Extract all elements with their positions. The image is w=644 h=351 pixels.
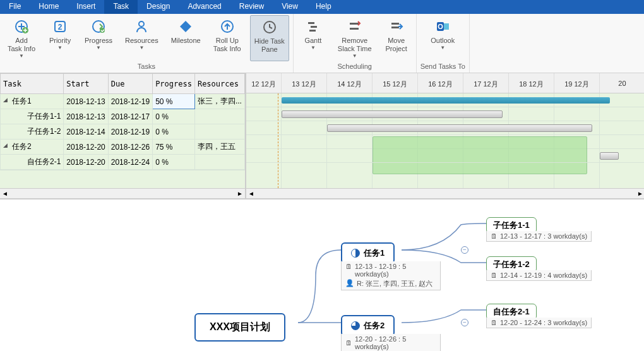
- task-name-cell[interactable]: ◢任务1: [1, 94, 64, 109]
- svg-text:O: O: [438, 23, 443, 30]
- start-cell[interactable]: 2018-12-14: [64, 124, 108, 140]
- progress-cell[interactable]: 75 %: [153, 140, 195, 155]
- expander-icon[interactable]: ◢: [3, 97, 8, 103]
- menu-design[interactable]: Design: [138, 0, 179, 14]
- gantt-bar[interactable]: [282, 110, 503, 118]
- svg-rect-11: [309, 30, 316, 32]
- resources-cell[interactable]: [194, 124, 244, 140]
- resources-cell[interactable]: 李四，王五: [194, 140, 244, 155]
- plus-circle-icon: [13, 18, 30, 35]
- progress-cell[interactable]: 0 %: [153, 124, 195, 140]
- resources-cell[interactable]: [194, 109, 244, 124]
- task-name-cell[interactable]: ◢任务2: [1, 140, 64, 155]
- remove-slack-button[interactable]: Remove Slack Time▼: [334, 15, 376, 61]
- progress-cell[interactable]: 50 %: [153, 94, 195, 109]
- hide-task-pane-button[interactable]: Hide Task Pane: [250, 15, 289, 61]
- svg-rect-13: [350, 28, 359, 30]
- svg-point-6: [139, 21, 144, 27]
- col-due[interactable]: Due: [108, 74, 152, 94]
- due-cell[interactable]: 2018-12-24: [108, 155, 152, 170]
- progress-button[interactable]: Progress▼: [81, 15, 116, 61]
- gantt-date-col: 13 12月: [282, 73, 327, 93]
- task-name-cell[interactable]: 自任务2-1: [1, 155, 64, 170]
- diamond-icon: [177, 18, 194, 35]
- due-cell[interactable]: 2018-12-17: [108, 109, 152, 124]
- due-cell[interactable]: 2018-12-19: [108, 124, 152, 140]
- svg-rect-12: [350, 23, 359, 25]
- table-row[interactable]: ◢任务22018-12-202018-12-2675 %李四，王五: [1, 140, 245, 155]
- chevron-down-icon: ▼: [57, 45, 63, 51]
- gantt-button[interactable]: Gantt▼: [297, 15, 329, 61]
- move-icon: [388, 18, 405, 35]
- gantt-pane: 12 12月13 12月14 12月15 12月16 12月17 12月18 1…: [246, 73, 644, 198]
- menu-help[interactable]: Help: [307, 0, 340, 14]
- gantt-bar[interactable]: [282, 97, 610, 104]
- task-name-cell[interactable]: 子任务1-1: [1, 109, 64, 124]
- menu-view[interactable]: View: [273, 0, 307, 14]
- gantt-hscroll[interactable]: ◄►: [246, 188, 644, 198]
- task-name-cell[interactable]: 子任务1-2: [1, 124, 64, 140]
- col-resources[interactable]: Resources: [194, 74, 244, 94]
- table-row[interactable]: ◢任务12018-12-132018-12-1950 %张三，李四...: [1, 94, 245, 109]
- col-task[interactable]: Task: [1, 74, 64, 94]
- svg-rect-9: [308, 22, 314, 24]
- menu-task[interactable]: Task: [104, 0, 138, 14]
- start-cell[interactable]: 2018-12-13: [64, 109, 108, 124]
- menu-review[interactable]: Review: [230, 0, 273, 14]
- resources-cell[interactable]: [194, 155, 244, 170]
- expander-icon[interactable]: ◢: [3, 142, 8, 148]
- table-row[interactable]: 子任务1-12018-12-132018-12-170 %: [1, 109, 245, 124]
- task-table[interactable]: TaskStartDueProgressResources ◢任务12018-1…: [0, 73, 245, 170]
- chevron-down-icon: ▼: [311, 45, 316, 51]
- menu-insert[interactable]: Insert: [68, 0, 104, 14]
- gantt-row: [246, 107, 644, 121]
- table-row[interactable]: 子任务1-22018-12-142018-12-190 %: [1, 124, 245, 140]
- gantt-chart[interactable]: [246, 93, 644, 188]
- gantt-date-col: 20: [600, 73, 644, 93]
- collapse-toggle[interactable]: −: [461, 246, 468, 254]
- menu-advanced[interactable]: Advanced: [179, 0, 230, 14]
- mindmap-node-task1[interactable]: 任务1: [341, 242, 395, 264]
- milestone-button[interactable]: Milestone: [167, 15, 205, 61]
- start-cell[interactable]: 2018-12-13: [64, 94, 108, 109]
- gantt-icon: [304, 18, 322, 35]
- progress-icon: [90, 18, 107, 35]
- move-project-button[interactable]: Move Project: [381, 15, 412, 61]
- resources-button[interactable]: Resources▼: [121, 15, 162, 61]
- priority-button[interactable]: 2Priority▼: [44, 15, 76, 61]
- task-table-pane: TaskStartDueProgressResources ◢任务12018-1…: [0, 73, 246, 198]
- button-label: Priority: [49, 37, 71, 45]
- roll-up-button[interactable]: Roll Up Task Info: [210, 15, 245, 61]
- menu-file[interactable]: File: [0, 0, 30, 14]
- progress-icon: [351, 321, 360, 330]
- col-progress[interactable]: Progress: [153, 74, 195, 94]
- start-cell[interactable]: 2018-12-20: [64, 140, 108, 155]
- gantt-bar[interactable]: [327, 124, 592, 132]
- gantt-date-col: 15 12月: [373, 73, 418, 93]
- start-cell[interactable]: 2018-12-20: [64, 155, 108, 170]
- gantt-date-col: 16 12月: [418, 73, 463, 93]
- collapse-toggle[interactable]: −: [461, 319, 468, 326]
- col-start[interactable]: Start: [64, 74, 108, 94]
- gantt-bar[interactable]: [600, 152, 619, 160]
- due-cell[interactable]: 2018-12-19: [108, 94, 152, 109]
- button-label: Progress: [85, 37, 112, 45]
- chevron-down-icon: ▼: [352, 53, 357, 59]
- mindmap-root[interactable]: XXX项目计划: [194, 313, 285, 342]
- table-hscroll[interactable]: ◄►: [0, 188, 245, 198]
- add-task-info-button[interactable]: Add Task Info▼: [4, 15, 39, 61]
- progress-icon: [351, 249, 360, 258]
- node-detail: 🗓12-13 - 12-19 : 5 workday(s) 👤R: 张三, 李四…: [341, 261, 441, 290]
- table-row[interactable]: 自任务2-12018-12-202018-12-240 %: [1, 155, 245, 170]
- menu-home[interactable]: Home: [30, 0, 68, 14]
- svg-rect-15: [391, 27, 399, 28]
- outlook-button[interactable]: OOutlook▼: [427, 15, 458, 53]
- resources-cell[interactable]: 张三，李四...: [194, 94, 244, 109]
- progress-cell[interactable]: 0 %: [153, 155, 195, 170]
- svg-text:2: 2: [58, 23, 63, 32]
- due-cell[interactable]: 2018-12-26: [108, 140, 152, 155]
- progress-cell[interactable]: 0 %: [153, 109, 195, 124]
- button-label: Gantt: [304, 37, 321, 45]
- mindmap-node-task2[interactable]: 任务2: [341, 315, 395, 336]
- mindmap-pane[interactable]: XXX项目计划 任务1 🗓12-13 - 12-19 : 5 workday(s…: [0, 199, 644, 351]
